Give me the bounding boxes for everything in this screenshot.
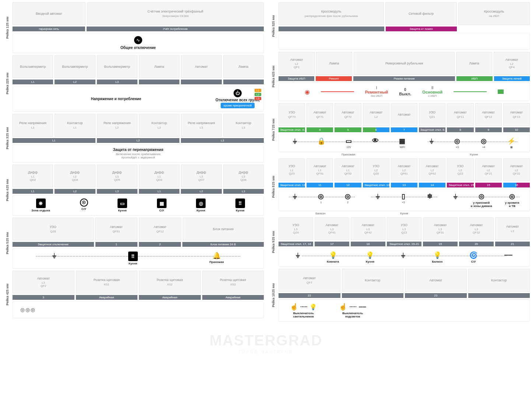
appliance-icon: ◎ xyxy=(196,199,206,208)
circuit-item: ⏚ xyxy=(430,137,434,145)
module-box: АвтоматQF12 xyxy=(475,103,502,126)
circuit-item: ◎у прихожей и зоны дивана xyxy=(470,192,492,208)
rail-label: Рейка 925 мм xyxy=(268,217,279,267)
circuit-item: ⏚ xyxy=(52,252,56,259)
appliance-icon: ☝ xyxy=(290,303,298,311)
appliance-icon: ◎ xyxy=(454,137,460,145)
circuit-item: 💡Комната xyxy=(327,251,339,263)
circuit-item: ▯+3 xyxy=(402,192,405,204)
module-box: ДиффL2 QD7 xyxy=(181,165,221,187)
group-bar: Защитное откл. 11, 12 xyxy=(279,183,305,187)
circuit-item: ⏚ xyxy=(293,137,297,145)
panel-cross xyxy=(279,33,530,50)
group-bar: 7 xyxy=(391,127,417,132)
rail-label: Рейка 125 мм xyxy=(2,2,13,53)
group-bar: L3 xyxy=(97,189,137,194)
appliance-icon: ┈┈ xyxy=(504,251,512,259)
group-bar: Защитное откл. 4-7 xyxy=(279,127,305,132)
circuit-item: 👁 xyxy=(372,137,379,145)
module-box: Розетка щитоваяXS2 xyxy=(139,271,201,294)
module-box: АвтоматL3 QF41 xyxy=(315,217,349,240)
group-bar: 16 xyxy=(503,183,530,187)
module-box: Лампа xyxy=(223,55,264,78)
module-box: АвтоматL2 QF21 xyxy=(475,158,502,181)
group-bar: 5 xyxy=(335,127,361,132)
group-bar: 21 xyxy=(495,242,530,246)
module-box: Реле напряженияL3 xyxy=(181,114,221,137)
socket-icon: ◎◎◎ xyxy=(20,307,36,313)
module-box: АвтоматL3 QF32 xyxy=(459,217,494,240)
appliance-icon: ⠿ xyxy=(235,199,245,208)
circuit-item: 🌀С/У xyxy=(469,251,477,263)
group-bar xyxy=(139,80,179,84)
module-box: ДиффL2 QD4 xyxy=(55,165,95,187)
group-bar: 4 xyxy=(307,127,333,132)
appliance-icon: ⏚ xyxy=(430,137,434,145)
group-bar: 17 xyxy=(315,242,349,246)
appliance-icon: 💡 xyxy=(329,251,337,259)
priority-button[interactable]: кроме приоритетной xyxy=(221,103,255,108)
appliance-icon: ▯ xyxy=(402,192,405,200)
module-box: АвтоматL3 QF42 xyxy=(351,217,385,240)
module-box: АвтоматL2 xyxy=(363,103,389,126)
group-bar: Защитное откл. 15, 16 xyxy=(447,183,473,187)
group-bar: L3 xyxy=(223,189,264,194)
appliance-icon: ◎ xyxy=(479,192,484,200)
right-column: Рейка 525 мм Кроссмодульраспределение фа… xyxy=(266,0,532,326)
circuit-item: ☝·····💡Выключатель светильников xyxy=(290,303,317,318)
circuit-item: ⠿Кухня xyxy=(128,252,138,265)
appliance-icon: ⠿ xyxy=(128,252,138,261)
circuit-item: ⏚ xyxy=(376,192,380,200)
circuit-item: ◎×4 xyxy=(481,137,487,148)
circuit-item: ◎×3 xyxy=(454,137,460,148)
module-box: Вольтамперметр xyxy=(13,55,53,78)
bar-metering: Учёт потребления xyxy=(87,27,264,31)
panel-diff: ❋Зона отдыха⦿С/У▭Кухня▦С/У◎Кухня⠿Кухня xyxy=(13,195,264,215)
mode-off: 0 Выкл. xyxy=(399,88,411,96)
module-box: Автомат xyxy=(391,103,417,126)
group-bar: 18 xyxy=(351,242,385,246)
module-box: Вольтамперметр xyxy=(55,55,95,78)
pill-l1: L1 xyxy=(255,89,261,92)
group-bar xyxy=(223,80,264,84)
group-bar: Защитное откл. 19-21 xyxy=(387,242,421,246)
group-bar: Защитное откл. 17, 18 xyxy=(279,242,313,246)
group-bar: 6 xyxy=(363,127,389,132)
module-box: АвтоматQF11 xyxy=(447,103,473,126)
module-box: АвтоматL3 QF2 xyxy=(13,271,74,294)
group-bar: L1 xyxy=(13,80,53,84)
module-box: УЗОL2 QZ2 xyxy=(447,158,473,181)
circuit-item: ❋Зона отдыха xyxy=(31,199,50,212)
box-meter: Счётчик электрический трёхфазныйЭнергоме… xyxy=(87,2,264,25)
appliance-icon: 🌀 xyxy=(469,251,477,259)
module-box: АвтоматL2 QF61 xyxy=(391,158,417,181)
circuit-item: ⚡▦ xyxy=(507,137,515,149)
module-box: УЗОL1 QZ5 xyxy=(279,158,305,181)
circuit-item: ▭Кухня xyxy=(118,199,127,212)
module-box: Розетка щитоваяXS3 xyxy=(202,271,264,294)
module-box: УЗОL3 QZ3 xyxy=(387,217,421,240)
module-box: Автомат xyxy=(405,269,467,292)
group-bar: 10 xyxy=(503,127,530,132)
module-box: Автомат xyxy=(181,55,221,78)
circuit-item: 💡Кухня xyxy=(366,251,374,263)
module-box: УЗОL3 QZ4 xyxy=(279,217,313,240)
appliance-icon: ⏚ xyxy=(401,251,405,259)
circuit-item: ⦿С/У xyxy=(80,199,88,211)
module-box: Реле напряженияL2 xyxy=(97,114,137,137)
appliance-icon: ⚡ xyxy=(507,137,515,145)
circuit-item: ⏚ xyxy=(296,251,300,259)
mode-main: II Основной с ИБП xyxy=(422,86,442,98)
group-bar: 19 xyxy=(423,242,458,246)
circuit-item: ⏚ xyxy=(454,192,458,200)
appliance-icon: 🔔 xyxy=(213,252,221,260)
module-box: КонтакторL1 xyxy=(55,114,95,137)
appliance-icon: ◎ xyxy=(318,192,324,200)
rail-label: Рейка 1025 мм xyxy=(268,269,279,322)
panel-r6: ☝·····💡Выключатель светильников☝·····┈┈В… xyxy=(279,299,530,322)
group-bar: L3 xyxy=(97,80,137,84)
group-bar: 11 xyxy=(307,183,333,187)
module-box: ДиффL1 QD2 xyxy=(13,165,53,187)
appliance-icon: ❋ xyxy=(36,199,46,208)
appliance-icon: 👁 xyxy=(372,137,379,145)
